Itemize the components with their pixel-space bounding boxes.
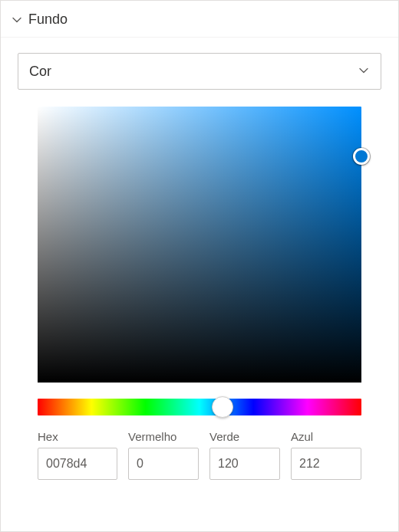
sv-thumb[interactable]: [353, 148, 370, 165]
green-field: Verde: [209, 430, 280, 480]
red-label: Vermelho: [128, 430, 199, 443]
green-input[interactable]: [209, 448, 280, 480]
green-label: Verde: [209, 430, 280, 443]
saturation-value-panel[interactable]: [38, 107, 361, 383]
color-fields: Hex Vermelho Verde Azul: [38, 430, 361, 480]
blue-input[interactable]: [291, 448, 361, 480]
section-header[interactable]: Fundo: [1, 1, 398, 38]
section-content: Cor Hex Vermelho Verde: [1, 38, 398, 497]
blue-label: Azul: [291, 430, 361, 443]
hue-slider[interactable]: [38, 398, 361, 416]
red-input[interactable]: [128, 448, 199, 480]
hex-input[interactable]: [38, 448, 117, 480]
hex-label: Hex: [38, 430, 117, 443]
chevron-down-icon: [358, 64, 370, 79]
hue-track: [38, 399, 361, 415]
dropdown-selected-label: Cor: [29, 64, 358, 80]
blue-field: Azul: [291, 430, 361, 480]
chevron-down-icon: [12, 15, 22, 25]
fill-type-dropdown[interactable]: Cor: [18, 53, 381, 90]
hex-field: Hex: [38, 430, 117, 480]
section-title: Fundo: [28, 11, 68, 28]
color-picker: Hex Vermelho Verde Azul: [18, 90, 381, 480]
hue-thumb[interactable]: [212, 396, 233, 418]
red-field: Vermelho: [128, 430, 199, 480]
